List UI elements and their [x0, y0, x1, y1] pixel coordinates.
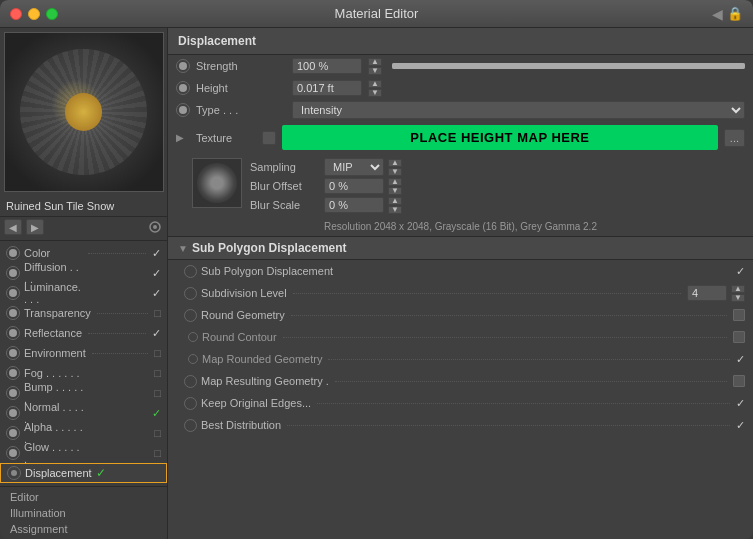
sampling-stepper[interactable]: ▲ ▼ [388, 159, 402, 176]
round-geometry-checkbox[interactable] [733, 309, 745, 321]
blur-scale-down[interactable]: ▼ [388, 206, 402, 214]
content-area: Displacement Strength ▲ ▼ Height ▲ ▼ [168, 28, 753, 539]
sampling-up[interactable]: ▲ [388, 159, 402, 167]
type-select[interactable]: Intensity [292, 101, 745, 119]
subdivision-up[interactable]: ▲ [731, 285, 745, 293]
best-distribution-check: ✓ [736, 419, 745, 432]
map-resulting-row[interactable]: Map Resulting Geometry . [168, 370, 753, 392]
keep-original-circle[interactable] [184, 397, 197, 410]
channel-circle-color[interactable] [6, 246, 20, 260]
map-rounded-circle[interactable] [188, 354, 198, 364]
nav-next[interactable]: ▶ [26, 219, 44, 235]
illumination-nav-item[interactable]: Illumination [6, 505, 161, 521]
map-rounded-row[interactable]: Map Rounded Geometry ✓ [168, 348, 753, 370]
channel-item-luminance[interactable]: Luminance. . . . ✓ [0, 283, 167, 303]
texture-arrow[interactable]: ▶ [176, 132, 190, 143]
channel-item-glow[interactable]: Glow . . . . . . □ [0, 443, 167, 463]
channel-check-fog: □ [154, 367, 161, 379]
sampling-select[interactable]: MIP [324, 158, 384, 176]
channel-circle-glow[interactable] [6, 446, 20, 460]
round-contour-circle[interactable] [188, 332, 198, 342]
channel-circle-environment[interactable] [6, 346, 20, 360]
round-contour-row[interactable]: Round Contour [168, 326, 753, 348]
keep-original-row[interactable]: Keep Original Edges... ✓ [168, 392, 753, 414]
channel-item-alpha[interactable]: Alpha . . . . . . □ [0, 423, 167, 443]
round-contour-label: Round Contour [202, 331, 277, 343]
channel-item-fog[interactable]: Fog . . . . . . □ [0, 363, 167, 383]
height-input[interactable] [292, 80, 362, 96]
material-name: Ruined Sun Tile Snow [0, 196, 167, 217]
channel-circle-fog[interactable] [6, 366, 20, 380]
best-distribution-circle[interactable] [184, 419, 197, 432]
sub-poly-header[interactable]: ▼ Sub Polygon Displacement [168, 236, 753, 260]
channel-circle-diffusion[interactable] [6, 266, 20, 280]
channel-circle-transparency[interactable] [6, 306, 20, 320]
channel-dots-environment [92, 353, 149, 354]
minimize-button[interactable] [28, 8, 40, 20]
best-distribution-row[interactable]: Best Distribution ✓ [168, 414, 753, 436]
blur-scale-up[interactable]: ▲ [388, 197, 402, 205]
assignment-nav-item[interactable]: Assignment [6, 521, 161, 537]
subdivision-circle[interactable] [184, 287, 197, 300]
channel-item-normal[interactable]: Normal . . . . . ✓ [0, 403, 167, 423]
back-arrow-icon[interactable]: ◀ [712, 6, 723, 22]
subdivision-input[interactable] [687, 285, 727, 301]
channel-check-alpha: □ [154, 427, 161, 439]
blur-offset-up[interactable]: ▲ [388, 178, 402, 186]
subdivision-down[interactable]: ▼ [731, 294, 745, 302]
settings-icon[interactable] [147, 219, 163, 238]
nav-prev[interactable]: ◀ [4, 219, 22, 235]
texture-menu-button[interactable]: ... [724, 129, 745, 147]
lock-icon[interactable]: 🔒 [727, 6, 743, 21]
channel-circle-displacement[interactable] [7, 466, 21, 480]
sampling-row: Sampling MIP ▲ ▼ [250, 158, 745, 176]
blur-offset-input[interactable] [324, 178, 384, 194]
blur-offset-down[interactable]: ▼ [388, 187, 402, 195]
maximize-button[interactable] [46, 8, 58, 20]
sampling-down[interactable]: ▼ [388, 168, 402, 176]
channel-circle-normal[interactable] [6, 406, 20, 420]
strength-down[interactable]: ▼ [368, 67, 382, 75]
channel-item-displacement[interactable]: Displacement ✓ [0, 463, 167, 483]
channel-item-transparency[interactable]: Transparency □ [0, 303, 167, 323]
channel-check-diffusion: ✓ [152, 267, 161, 280]
strength-up[interactable]: ▲ [368, 58, 382, 66]
blur-scale-input[interactable] [324, 197, 384, 213]
place-height-map-button[interactable]: PLACE HEIGHT MAP HERE [282, 125, 718, 150]
height-circle[interactable] [176, 81, 190, 95]
channel-item-color[interactable]: Color ✓ [0, 243, 167, 263]
channel-circle-luminance[interactable] [6, 286, 20, 300]
subdivision-stepper[interactable]: ▲ ▼ [731, 285, 745, 302]
spd-row[interactable]: Sub Polygon Displacement ✓ [168, 260, 753, 282]
height-up[interactable]: ▲ [368, 80, 382, 88]
strength-circle[interactable] [176, 59, 190, 73]
spd-circle[interactable] [184, 265, 197, 278]
height-stepper[interactable]: ▲ ▼ [368, 80, 382, 97]
strength-input[interactable] [292, 58, 362, 74]
round-geometry-circle[interactable] [184, 309, 197, 322]
channel-item-bump[interactable]: Bump . . . . . . □ [0, 383, 167, 403]
strength-stepper[interactable]: ▲ ▼ [368, 58, 382, 75]
blur-scale-stepper[interactable]: ▲ ▼ [388, 197, 402, 214]
keep-original-check: ✓ [736, 397, 745, 410]
channel-check-glow: □ [154, 447, 161, 459]
height-down[interactable]: ▼ [368, 89, 382, 97]
round-contour-checkbox[interactable] [733, 331, 745, 343]
type-circle[interactable] [176, 103, 190, 117]
texture-toggle[interactable] [262, 131, 276, 145]
close-button[interactable] [10, 8, 22, 20]
spd-label: Sub Polygon Displacement [201, 265, 333, 277]
channel-circle-reflectance[interactable] [6, 326, 20, 340]
round-geometry-row[interactable]: Round Geometry [168, 304, 753, 326]
channel-item-diffusion[interactable]: Diffusion . . . . ✓ [0, 263, 167, 283]
editor-nav-item[interactable]: Editor [6, 489, 161, 505]
channel-item-environment[interactable]: Environment □ [0, 343, 167, 363]
map-resulting-checkbox[interactable] [733, 375, 745, 387]
channel-circle-bump[interactable] [6, 386, 20, 400]
channel-circle-alpha[interactable] [6, 426, 20, 440]
blur-offset-stepper[interactable]: ▲ ▼ [388, 178, 402, 195]
sampling-props: Sampling MIP ▲ ▼ Blur Offset ▲ ▼ [250, 158, 745, 215]
map-resulting-circle[interactable] [184, 375, 197, 388]
channel-item-reflectance[interactable]: Reflectance ✓ [0, 323, 167, 343]
channel-check-normal: ✓ [152, 407, 161, 420]
